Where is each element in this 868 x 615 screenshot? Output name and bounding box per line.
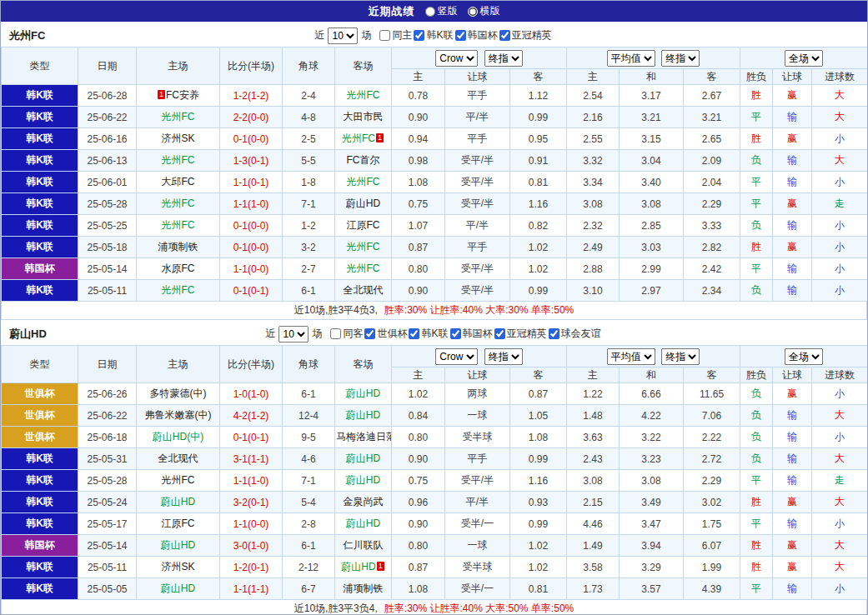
- horizontal-radio-label: 横版: [480, 4, 500, 18]
- filter-checkbox[interactable]: 韩K联: [414, 28, 453, 42]
- filter-checkbox[interactable]: 同客: [330, 327, 363, 341]
- team-name[interactable]: 大田市民: [344, 111, 384, 122]
- team-name[interactable]: 光州FC: [347, 176, 380, 188]
- team-name[interactable]: 仁川联队: [344, 539, 384, 551]
- team-name[interactable]: 蔚山HD: [346, 409, 380, 421]
- col-away: 客场: [335, 48, 392, 85]
- team-name[interactable]: 江原FC: [162, 518, 195, 529]
- filter-checkbox[interactable]: 球会友谊: [549, 327, 601, 341]
- team-name[interactable]: 弗鲁米嫩塞(中): [145, 409, 212, 421]
- odds-time-select[interactable]: 终指: [484, 50, 523, 67]
- result-cell: 负: [740, 150, 773, 172]
- scope-select[interactable]: 全场: [785, 50, 823, 67]
- horizontal-radio-input[interactable]: [468, 7, 478, 17]
- team-name[interactable]: 多特蒙德(中): [150, 388, 207, 399]
- team-name[interactable]: 全北现代: [344, 284, 384, 296]
- vertical-radio-input[interactable]: [425, 7, 435, 17]
- team-name[interactable]: 蔚山HD: [161, 582, 195, 594]
- avg-time-select[interactable]: 终指: [661, 50, 700, 67]
- filter-checkbox[interactable]: 亚冠精英: [494, 327, 547, 341]
- date-cell: 25-05-11: [78, 280, 137, 302]
- team-name[interactable]: 蔚山HD: [161, 496, 195, 508]
- filter-checkbox-input[interactable]: [494, 328, 505, 339]
- corners-cell: 6-1: [283, 280, 335, 302]
- layout-radio-vertical[interactable]: 竖版: [425, 4, 458, 18]
- avg-draw-cell: 3.22: [620, 427, 684, 448]
- team-name[interactable]: 光州FC: [347, 241, 380, 252]
- team-name[interactable]: FC安养: [166, 89, 199, 101]
- filter-checkbox-input[interactable]: [455, 30, 466, 41]
- away-odds-cell: 0.81: [510, 578, 567, 600]
- team-name[interactable]: 光州FC: [347, 262, 380, 274]
- filter-checkbox-input[interactable]: [414, 30, 424, 41]
- team-name[interactable]: 济州SK: [161, 561, 194, 572]
- team-name[interactable]: 光州FC: [162, 198, 195, 209]
- filter-checkbox[interactable]: 韩K联: [409, 327, 448, 341]
- filter-checkbox[interactable]: 亚冠精英: [499, 28, 552, 42]
- odds-source-select[interactable]: Crow: [435, 348, 478, 365]
- games-count-select[interactable]: 10: [278, 326, 309, 342]
- match-row: 韩K联25-06-01大邱FC1-1(0-1)1-8光州FC1.08受平/半0.…: [2, 172, 868, 193]
- filter-checkbox[interactable]: 韩国杯: [450, 327, 493, 341]
- team-name[interactable]: 水原FC: [162, 262, 195, 274]
- filter-checkbox[interactable]: 韩国杯: [455, 28, 498, 42]
- recent-results-panel: 近期战绩 竖版 横版 光州FC 近 10 场 同主韩K联韩国杯亚冠精英: [0, 0, 868, 615]
- filter-checkbox[interactable]: 世俱杯: [364, 327, 407, 341]
- odds-time-select[interactable]: 终指: [484, 348, 523, 365]
- date-cell: 25-05-28: [78, 470, 137, 492]
- team-name[interactable]: 光州FC: [162, 474, 195, 486]
- filter-checkbox-input[interactable]: [379, 30, 390, 41]
- home-odds-cell: 0.75: [392, 193, 445, 215]
- avg-select[interactable]: 平均值: [607, 50, 655, 67]
- col-sub-goals: 进球数: [812, 368, 868, 383]
- team-name[interactable]: 光州FC: [342, 132, 375, 144]
- filter-checkbox-input[interactable]: [499, 30, 510, 41]
- team-name[interactable]: 济州SK: [161, 132, 194, 144]
- team-name[interactable]: 蔚山HD: [161, 539, 195, 551]
- team-name[interactable]: 蔚山HD(中): [153, 431, 203, 442]
- filter-checkbox-input[interactable]: [364, 328, 375, 339]
- games-count-select[interactable]: 10: [328, 28, 358, 44]
- col-sub-away-odds: 客: [510, 69, 567, 85]
- goals-result-cell: 小: [812, 215, 868, 237]
- goals-result-cell: 大: [812, 150, 868, 172]
- team-name[interactable]: 大邱FC: [162, 176, 195, 188]
- team-name[interactable]: 蔚山HD: [346, 198, 380, 209]
- red-card-badge: 1: [376, 133, 384, 142]
- layout-radio-horizontal[interactable]: 横版: [468, 4, 500, 18]
- handicap-cell: 两球: [445, 383, 510, 405]
- team-name[interactable]: 蔚山HD: [346, 474, 380, 486]
- team-name[interactable]: 蔚山HD: [346, 518, 380, 529]
- avg-time-select[interactable]: 终指: [661, 348, 700, 365]
- score-cell: 3-2(0-1): [220, 492, 283, 513]
- col-sub-goals: 进球数: [812, 69, 868, 85]
- team-name[interactable]: 金泉尚武: [344, 496, 384, 508]
- scope-select[interactable]: 全场: [785, 348, 823, 365]
- team-name[interactable]: 光州FC: [162, 111, 195, 122]
- result-cell: 平: [740, 107, 773, 128]
- team-name[interactable]: 浦项制铁: [344, 582, 384, 594]
- team-name[interactable]: 光州FC: [347, 89, 380, 101]
- away-odds-cell: 0.99: [510, 513, 567, 535]
- odds-source-select[interactable]: Crow: [435, 50, 478, 67]
- team-name[interactable]: 浦项制铁: [158, 241, 198, 252]
- team-name[interactable]: 光州FC: [162, 219, 195, 231]
- filter-checkbox[interactable]: 同主: [379, 28, 412, 42]
- filter-checkbox-input[interactable]: [549, 328, 559, 339]
- team-name[interactable]: 蔚山HD: [346, 388, 380, 399]
- filter-checkbox-input[interactable]: [450, 328, 461, 339]
- filter-checkbox-input[interactable]: [409, 328, 419, 339]
- team-name[interactable]: 光州FC: [162, 154, 195, 166]
- col-sub-handicap-result: 让球: [773, 69, 812, 85]
- team-name[interactable]: FC首尔: [347, 154, 380, 166]
- team-name[interactable]: 光州FC: [162, 284, 195, 296]
- team-name[interactable]: 蔚山HD: [341, 561, 375, 572]
- avg-select[interactable]: 平均值: [607, 348, 655, 365]
- team-name[interactable]: 蔚山HD: [346, 452, 380, 464]
- filter-checkbox-input[interactable]: [330, 328, 341, 339]
- filter-checkbox-label: 韩国杯: [463, 327, 493, 341]
- team-name[interactable]: 马梅洛迪日落: [336, 431, 392, 442]
- team-name[interactable]: 江原FC: [347, 219, 380, 231]
- match-row: 韩K联25-05-25光州FC0-1(0-0)1-2江原FC1.07平/半0.8…: [2, 215, 868, 237]
- team-name[interactable]: 全北现代: [158, 452, 198, 464]
